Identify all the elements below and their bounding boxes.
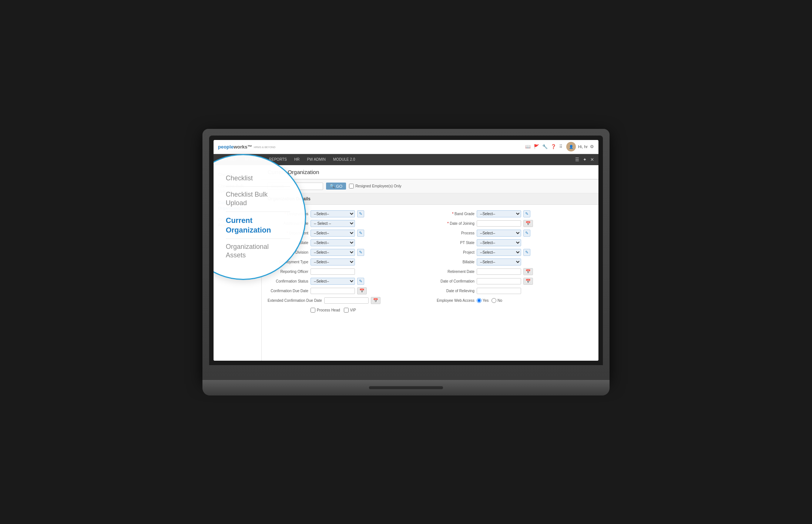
sidebar-item-org-assets[interactable]: Organizational Assets: [214, 214, 261, 231]
select-process[interactable]: --Select--: [477, 230, 521, 237]
radio-no[interactable]: [491, 298, 496, 303]
label-process: Process: [434, 231, 474, 235]
help-icon[interactable]: ❓: [551, 144, 556, 149]
wrench-icon[interactable]: 🔧: [542, 144, 548, 149]
process-head-checkbox[interactable]: [311, 308, 315, 313]
nav-icon-1[interactable]: ☰: [575, 157, 579, 162]
form-row-additional-role: Additional Role -- Select --: [268, 219, 426, 228]
avatar: 👤: [566, 142, 576, 151]
nav-icon-2[interactable]: ✦: [583, 157, 587, 162]
label-project: Project: [434, 250, 474, 254]
edit-band-grade-icon[interactable]: ✎: [523, 210, 530, 217]
nav-item-myteam[interactable]: MY TEAM: [241, 154, 265, 165]
select-employment-type[interactable]: --Select--: [311, 258, 355, 266]
select-department[interactable]: --Select--: [311, 230, 355, 237]
form-row-date-of-joining: Date of Joining 📅: [434, 219, 593, 228]
vip-label[interactable]: VIP: [344, 308, 356, 313]
vip-checkbox[interactable]: [344, 308, 349, 313]
nav-right-icons: ☰ ✦ ✕: [575, 157, 594, 162]
label-state: State: [268, 241, 308, 245]
process-head-label[interactable]: Process Head: [311, 308, 340, 313]
label-billable: Billable: [434, 260, 474, 264]
calendar-confirmation-due-date-icon[interactable]: 📅: [357, 287, 367, 294]
calendar-date-of-joining-icon[interactable]: 📅: [523, 220, 533, 227]
input-date-of-joining[interactable]: [477, 220, 521, 227]
input-date-of-confirmation[interactable]: [477, 278, 521, 284]
form-row-date-of-confirmation: Date of Confirmation 📅: [434, 277, 593, 286]
label-designations: Designations: [268, 212, 308, 216]
sidebar-item-bulk-upload[interactable]: Checklist Bulk Upload: [214, 180, 261, 197]
content-area: Checklist Checklist Bulk Upload Current …: [214, 165, 598, 361]
select-band-grade[interactable]: --Select--: [477, 210, 521, 217]
nav-item-pwadmin[interactable]: PW ADMIN: [303, 154, 329, 165]
header-right: 📖 🚩 🔧 ❓ ⠿ 👤 Hi, hr ⚙: [525, 142, 594, 151]
book-icon[interactable]: 📖: [525, 144, 531, 149]
settings-icon[interactable]: ⚙: [590, 144, 594, 149]
select-division[interactable]: --Select--: [311, 249, 355, 256]
input-reporting-officer[interactable]: [311, 268, 355, 275]
form-row-retirement-date: Retirement Date 📅: [434, 267, 593, 277]
nav-item-module2[interactable]: MODULE 2.0: [329, 154, 359, 165]
radio-no-label[interactable]: No: [491, 298, 502, 303]
select-designations[interactable]: --Select--: [311, 210, 355, 217]
nav-item-myself[interactable]: MY SELF: [218, 154, 241, 165]
radio-yes-label[interactable]: Yes: [477, 298, 489, 303]
form-row-state: State --Select--: [268, 238, 426, 248]
select-state[interactable]: --Select--: [311, 239, 355, 246]
page-title: Current Organization: [268, 169, 593, 175]
form-row-reporting-officer: Reporting Officer: [268, 267, 426, 277]
header-icons: 📖 🚩 🔧 ❓ ⠿: [525, 144, 563, 149]
form-grid: Designations --Select-- ✎ Additional Rol…: [262, 205, 598, 320]
label-pt-state: PT State: [434, 241, 474, 245]
calendar-date-of-confirmation-icon[interactable]: 📅: [523, 278, 533, 285]
calendar-extended-confirmation-due-date-icon[interactable]: 📅: [371, 297, 380, 304]
sidebar-item-current-org[interactable]: Current Organization: [214, 197, 261, 214]
go-button[interactable]: 🔍 GO: [326, 183, 346, 190]
form-row-date-of-relieving: Date of Relieving: [434, 286, 593, 296]
nav-item-hr[interactable]: HR: [291, 154, 303, 165]
form-row-process: Process --Select-- ✎: [434, 228, 593, 238]
search-icon: 🔍: [330, 184, 335, 188]
label-division: Division: [268, 250, 308, 254]
nav-item-reports[interactable]: REPORTS: [265, 154, 291, 165]
edit-department-icon[interactable]: ✎: [357, 230, 364, 237]
radio-yes[interactable]: [477, 298, 482, 303]
logo: peopleworks™ HRMS & BEYOND: [218, 144, 275, 150]
select-pt-state[interactable]: --Select--: [477, 239, 521, 246]
edit-process-icon[interactable]: ✎: [523, 230, 530, 237]
form-row-band-grade: Band Grade --Select-- ✎: [434, 209, 593, 219]
resigned-checkbox-label[interactable]: Resigned Employee(s) Only: [349, 184, 402, 188]
user-greeting: Hi, hr: [578, 144, 588, 149]
input-retirement-date[interactable]: [477, 268, 521, 275]
form-row-employment-type: Employment Type --Select--: [268, 257, 426, 267]
calendar-retirement-date-icon[interactable]: 📅: [523, 268, 533, 275]
label-retirement-date: Retirement Date: [434, 270, 474, 274]
input-confirmation-due-date[interactable]: [311, 288, 355, 294]
search-input[interactable]: [268, 183, 323, 190]
sidebar-item-checklist[interactable]: Checklist: [214, 169, 261, 180]
nav-icon-3[interactable]: ✕: [590, 157, 594, 162]
form-row-confirmation-status: Confirmation Status --Select-- ✎: [268, 277, 426, 286]
edit-designations-icon[interactable]: ✎: [357, 210, 364, 217]
form-row-employee-web-access: Employee Web Access Yes No: [434, 296, 593, 306]
select-project[interactable]: --Select--: [477, 249, 521, 256]
label-confirmation-status: Confirmation Status: [268, 279, 308, 283]
edit-confirmation-status-icon[interactable]: ✎: [357, 278, 364, 285]
select-confirmation-status[interactable]: --Select--: [311, 278, 355, 285]
select-additional-role[interactable]: -- Select --: [311, 220, 355, 227]
flag-icon[interactable]: 🚩: [534, 144, 539, 149]
laptop-base: [202, 380, 610, 395]
page-title-bar: Current Organization: [262, 165, 598, 179]
select-billable[interactable]: --Select--: [477, 258, 521, 266]
resigned-checkbox[interactable]: [349, 184, 354, 188]
edit-division-icon[interactable]: ✎: [357, 249, 364, 256]
radio-group-web-access: Yes No: [477, 298, 502, 303]
grid-icon[interactable]: ⠿: [559, 144, 563, 149]
label-department: Department: [268, 231, 308, 235]
nav-items: MY SELF MY TEAM REPORTS HR PW ADMIN MODU…: [218, 154, 359, 165]
input-extended-confirmation-due-date[interactable]: [324, 297, 369, 304]
input-date-of-relieving[interactable]: [477, 288, 521, 294]
edit-project-icon[interactable]: ✎: [523, 249, 530, 256]
form-row-confirmation-due-date: Confirmation Due Date 📅: [268, 286, 426, 296]
label-employee-web-access: Employee Web Access: [434, 298, 474, 303]
